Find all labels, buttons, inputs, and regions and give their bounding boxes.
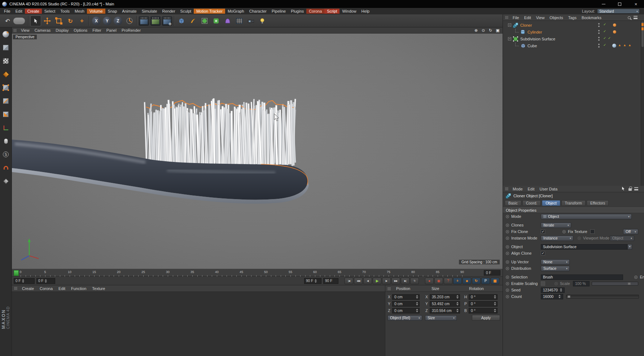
record-button[interactable]: ↻ xyxy=(472,278,481,284)
visibility-dots-icon[interactable] xyxy=(598,30,600,31)
keyframe-ring-icon[interactable] xyxy=(506,230,509,233)
attribute-menu-item[interactable]: User Data xyxy=(537,187,560,191)
attribute-tab[interactable]: Transform xyxy=(561,200,586,206)
size-z-field[interactable]: 310.554 cm xyxy=(430,308,460,313)
playhead[interactable] xyxy=(14,270,19,276)
enable-check-icon[interactable]: ✓ xyxy=(608,36,611,40)
make-editable-button[interactable] xyxy=(1,30,10,39)
object-manager-scrollbar[interactable] xyxy=(641,21,644,186)
viewport-nav-icon[interactable]: ↻ xyxy=(488,28,493,33)
viewport-menu-item[interactable]: ProRender xyxy=(119,28,143,32)
menu-item[interactable]: Select xyxy=(42,9,58,14)
z-axis-lock[interactable]: Z xyxy=(113,16,123,26)
menu-item[interactable]: Edit xyxy=(13,9,25,14)
object-manager-menu-item[interactable]: Bookmarks xyxy=(579,16,604,20)
record-button[interactable]: ● xyxy=(425,278,434,284)
up-vector-dropdown[interactable]: None xyxy=(541,259,570,265)
menu-item[interactable]: Snap xyxy=(105,9,120,14)
record-button[interactable]: ◉ xyxy=(434,278,443,284)
instance-mode-dropdown[interactable]: Instance xyxy=(541,236,573,241)
render-picture-viewer-button[interactable] xyxy=(150,16,161,26)
viewport-menu-item[interactable]: Panel xyxy=(104,28,119,32)
subdivision-surface-button[interactable] xyxy=(199,16,210,26)
keyframe-ring-icon[interactable] xyxy=(506,289,509,292)
close-button[interactable]: × xyxy=(628,0,644,8)
move-tool[interactable] xyxy=(42,16,53,26)
snap-button[interactable] xyxy=(1,163,10,172)
menu-item[interactable]: Help xyxy=(359,9,372,14)
material-list-area[interactable] xyxy=(12,292,385,356)
object-row-cube[interactable]: Cube ✓ ▲ ▲ ▲ xyxy=(503,42,641,49)
light-button[interactable] xyxy=(257,16,268,26)
object-label[interactable]: Cloner xyxy=(520,23,532,27)
visibility-dots-icon[interactable] xyxy=(598,44,600,45)
minimize-button[interactable] xyxy=(595,0,612,8)
object-manager-menu-item[interactable]: View xyxy=(534,16,547,20)
count-field[interactable]: 16000 xyxy=(541,294,563,299)
panel-grip-icon[interactable] xyxy=(505,16,508,19)
range-stepper[interactable] xyxy=(314,279,317,283)
transport-button[interactable]: ▶ xyxy=(382,278,391,284)
keyframe-ring-icon[interactable] xyxy=(506,267,509,270)
transport-button[interactable]: ◀◀ xyxy=(354,278,363,284)
enable-check-icon[interactable]: ✓ xyxy=(603,43,606,47)
mode-dropdown[interactable]: Object xyxy=(541,214,632,219)
attribute-tab[interactable]: Basic xyxy=(505,200,521,206)
transport-button[interactable]: ▶ xyxy=(373,278,381,284)
object-properties-section[interactable]: Object Properties xyxy=(503,207,644,213)
last-used-tool[interactable]: + xyxy=(76,16,87,26)
keyframe-ring-icon[interactable] xyxy=(506,245,509,249)
search-icon[interactable] xyxy=(628,16,631,19)
menu-item[interactable]: MoGraph xyxy=(225,9,247,14)
seed-stepper[interactable] xyxy=(560,288,562,292)
menu-item[interactable]: Motion Tracker xyxy=(194,9,225,14)
record-button[interactable]: + xyxy=(453,278,462,284)
coordinate-system-toggle[interactable] xyxy=(124,16,135,26)
phong-tag-icon[interactable] xyxy=(612,44,616,48)
cube-primitive-button[interactable] xyxy=(176,16,187,26)
menu-item[interactable]: Window xyxy=(339,9,359,14)
transport-button[interactable]: ▶| xyxy=(401,278,409,284)
visibility-dots-icon[interactable] xyxy=(598,37,600,38)
menu-item[interactable]: Script xyxy=(324,9,339,14)
viewport-menu-item[interactable]: Display xyxy=(53,28,71,32)
viewport-menu-item[interactable]: Cameras xyxy=(32,28,53,32)
panel-grip-icon[interactable] xyxy=(14,287,17,290)
range-end-field-2[interactable]: 90 F xyxy=(323,278,338,284)
material-menu-item[interactable]: Corona xyxy=(37,286,56,291)
polygon-selection-tag-icon[interactable]: ▲ xyxy=(628,43,631,47)
transport-button[interactable]: |◀ xyxy=(345,278,353,284)
keyframe-ring-icon[interactable] xyxy=(506,237,509,240)
clones-dropdown[interactable]: Iterate xyxy=(541,223,571,228)
tweak-mode-button[interactable] xyxy=(1,136,10,146)
render-settings-button[interactable]: ⚙ xyxy=(162,16,172,26)
viewport-nav-icon[interactable]: ⊕ xyxy=(473,28,479,33)
object-manager-menu-item[interactable]: File xyxy=(510,16,522,20)
current-frame-field[interactable]: 0 F xyxy=(14,278,35,284)
fix-texture-checkbox[interactable] xyxy=(590,229,595,234)
environment-button[interactable] xyxy=(234,16,245,26)
menu-item[interactable]: Animate xyxy=(119,9,139,14)
apply-button[interactable]: Apply xyxy=(472,315,500,321)
expand-toggle-icon[interactable] xyxy=(508,37,511,40)
polygons-mode-button[interactable] xyxy=(1,110,10,119)
keyframe-ring-icon[interactable] xyxy=(506,224,509,227)
x-axis-lock[interactable]: X xyxy=(91,16,102,26)
deformer-button[interactable] xyxy=(222,16,233,26)
viewport-menu-item[interactable]: Options xyxy=(71,28,90,32)
ruler-scale[interactable]: 051015202530354045505560657075808590 xyxy=(21,269,486,277)
mograph-color-tag-icon[interactable] xyxy=(613,23,616,27)
polygon-selection-tag-icon[interactable]: ▲ xyxy=(618,43,621,47)
attribute-menu-item[interactable]: Edit xyxy=(525,187,537,191)
object-manager-menu-item[interactable]: Tags xyxy=(566,16,579,20)
edges-mode-button[interactable] xyxy=(1,96,10,106)
menu-item[interactable]: Render xyxy=(159,9,178,14)
transport-button[interactable]: ↻ xyxy=(410,278,419,284)
menu-item[interactable]: Sculpt xyxy=(178,9,194,14)
record-button[interactable]: ? xyxy=(444,278,452,284)
polygon-selection-tag-icon[interactable]: ▲ xyxy=(623,43,626,47)
camera-button[interactable] xyxy=(245,16,256,26)
maximize-button[interactable] xyxy=(612,0,628,8)
count-stepper[interactable] xyxy=(558,294,561,299)
object-row-cylinder[interactable]: Cylinder ✓ xyxy=(503,28,641,35)
